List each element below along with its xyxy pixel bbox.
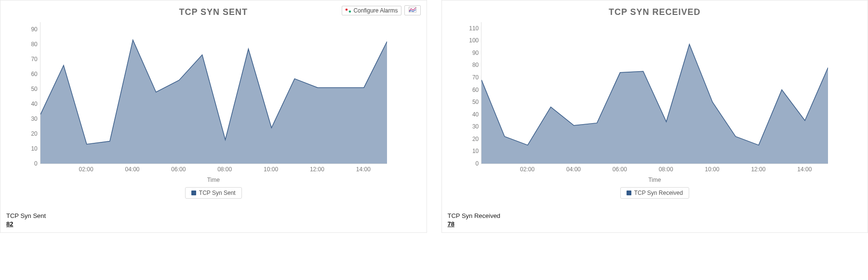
x-tick: 02:00	[79, 166, 93, 173]
x-tick: 02:00	[520, 166, 534, 173]
legend-swatch	[191, 191, 196, 195]
x-tick: 10:00	[705, 166, 720, 173]
y-tick: 40	[31, 101, 37, 107]
y-tick: 70	[31, 56, 37, 63]
metric-label: TCP Syn Received	[448, 212, 862, 219]
configure-alarms-button[interactable]: Configure Alarms	[342, 6, 401, 15]
legend-label: TCP Syn Sent	[199, 190, 236, 196]
y-tick: 10	[31, 145, 37, 152]
chart-type-button[interactable]	[404, 5, 421, 15]
x-tick: 08:00	[217, 166, 232, 173]
x-tick: 08:00	[659, 166, 673, 173]
y-tick: 60	[31, 71, 37, 77]
x-axis-label: Time	[481, 177, 828, 183]
y-tick: 60	[472, 87, 479, 93]
area-chart: 0102030405060708090	[40, 22, 387, 164]
dashboard-row: Configure Alarms TCP SYN SENT 0102030405…	[0, 0, 868, 233]
x-axis-ticks: 02:0004:0006:0008:0010:0012:0014:00	[481, 166, 828, 175]
x-tick: 10:00	[264, 166, 278, 173]
alarm-icon	[345, 8, 351, 13]
y-tick: 20	[472, 136, 479, 142]
metric-label: TCP Syn Sent	[6, 212, 421, 219]
legend: TCP Syn Received	[620, 187, 689, 199]
x-tick: 14:00	[356, 166, 371, 173]
x-tick: 04:00	[566, 166, 581, 173]
configure-alarms-label: Configure Alarms	[353, 7, 398, 14]
series-area	[40, 40, 387, 164]
y-tick: 40	[472, 111, 479, 118]
metric-value[interactable]: 82	[6, 220, 421, 228]
x-tick: 12:00	[751, 166, 765, 173]
x-axis-label: Time	[40, 177, 387, 183]
panel-syn-sent: Configure Alarms TCP SYN SENT 0102030405…	[0, 0, 427, 233]
y-tick: 20	[31, 130, 37, 137]
y-tick: 30	[31, 115, 37, 122]
y-tick: 80	[31, 41, 37, 48]
chart-icon	[409, 7, 416, 14]
legend: TCP Syn Sent	[185, 187, 242, 199]
area-chart: 0102030405060708090100110	[481, 22, 828, 164]
y-tick: 70	[472, 74, 479, 81]
x-tick: 06:00	[171, 166, 186, 173]
y-tick: 10	[472, 148, 479, 154]
legend-swatch	[627, 191, 631, 195]
legend-label: TCP Syn Received	[634, 190, 683, 196]
panel-syn-received: TCP SYN RECEIVED 01020304050607080901001…	[441, 0, 868, 233]
plot-wrap: 0102030405060708090100110 02:0004:0006:0…	[481, 22, 828, 199]
chart-svg	[40, 22, 387, 164]
plot-wrap: 0102030405060708090 02:0004:0006:0008:00…	[40, 22, 387, 199]
x-tick: 14:00	[797, 166, 812, 173]
y-tick: 0	[476, 160, 479, 167]
y-tick: 90	[31, 26, 37, 33]
y-tick: 110	[469, 25, 479, 32]
y-tick: 0	[34, 160, 38, 167]
y-tick: 50	[472, 99, 479, 105]
x-tick: 04:00	[125, 166, 139, 173]
y-tick: 30	[472, 123, 479, 130]
chart-svg	[481, 22, 828, 164]
panel-toolbar: Configure Alarms	[342, 5, 420, 15]
y-tick: 100	[469, 37, 479, 44]
y-tick: 50	[31, 86, 37, 92]
x-axis-ticks: 02:0004:0006:0008:0010:0012:0014:00	[40, 166, 387, 175]
panel-title: TCP SYN RECEIVED	[448, 7, 862, 17]
svg-point-0	[346, 8, 348, 11]
y-tick: 90	[472, 50, 479, 56]
y-tick: 80	[472, 62, 479, 68]
x-tick: 12:00	[310, 166, 324, 173]
metric-value[interactable]: 78	[448, 220, 862, 228]
x-tick: 06:00	[613, 166, 627, 173]
svg-point-1	[349, 10, 351, 13]
